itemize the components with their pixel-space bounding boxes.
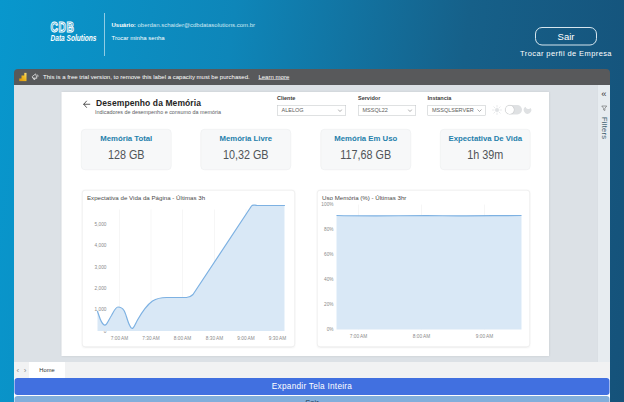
svg-text:80%: 80% — [324, 227, 334, 232]
svg-text:9:00 AM: 9:00 AM — [237, 336, 254, 341]
svg-text:1,000: 1,000 — [95, 307, 107, 312]
svg-text:7:00 AM: 7:00 AM — [111, 336, 128, 341]
svg-text:9:00 AM: 9:00 AM — [476, 334, 493, 339]
svg-text:7:00 AM: 7:00 AM — [350, 334, 367, 339]
svg-text:7:30 AM: 7:30 AM — [142, 336, 159, 341]
svg-text:40%: 40% — [324, 277, 334, 282]
svg-text:8:00 AM: 8:00 AM — [413, 334, 430, 339]
svg-text:100%: 100% — [321, 202, 334, 207]
svg-text:5,000: 5,000 — [95, 222, 107, 227]
svg-text:20%: 20% — [324, 302, 334, 307]
svg-text:3,000: 3,000 — [95, 265, 107, 270]
svg-text:8:30 AM: 8:30 AM — [206, 336, 223, 341]
svg-text:2,000: 2,000 — [95, 286, 107, 291]
svg-text:4,000: 4,000 — [95, 243, 107, 248]
svg-text:60%: 60% — [324, 252, 334, 257]
svg-text:0%: 0% — [327, 327, 335, 332]
svg-text:9:30 AM: 9:30 AM — [269, 336, 286, 341]
svg-text:8:00 AM: 8:00 AM — [174, 336, 191, 341]
